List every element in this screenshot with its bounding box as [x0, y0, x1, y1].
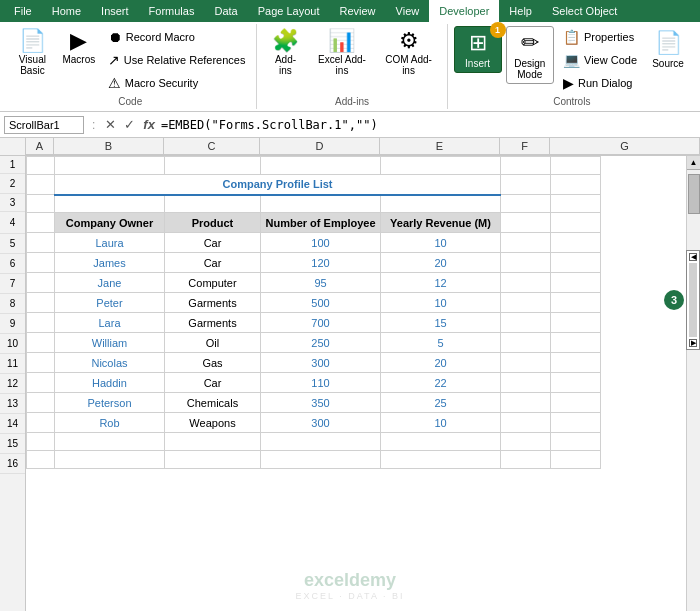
- cell-a6[interactable]: [27, 253, 55, 273]
- cell-a13[interactable]: [27, 393, 55, 413]
- cell-d8[interactable]: 500: [261, 293, 381, 313]
- cell-c7[interactable]: Computer: [165, 273, 261, 293]
- cell-b11[interactable]: Nicolas: [55, 353, 165, 373]
- row-num-12[interactable]: 12: [0, 374, 25, 394]
- cell-b12[interactable]: Haddin: [55, 373, 165, 393]
- cell-d10[interactable]: 250: [261, 333, 381, 353]
- col-header-e[interactable]: E: [380, 138, 500, 155]
- tab-insert[interactable]: Insert: [91, 0, 139, 22]
- cell-e5[interactable]: 10: [381, 233, 501, 253]
- cell-g15[interactable]: [551, 433, 601, 451]
- cell-b9[interactable]: Lara: [55, 313, 165, 333]
- view-code-button[interactable]: 💻 View Code: [558, 49, 642, 71]
- cell-f4[interactable]: [501, 213, 551, 233]
- cell-c8[interactable]: Garments: [165, 293, 261, 313]
- cell-e16[interactable]: [381, 451, 501, 469]
- col-header-a[interactable]: A: [26, 138, 54, 155]
- cell-a8[interactable]: [27, 293, 55, 313]
- cell-e12[interactable]: 22: [381, 373, 501, 393]
- cell-c16[interactable]: [165, 451, 261, 469]
- row-num-15[interactable]: 15: [0, 434, 25, 454]
- cell-e1[interactable]: [381, 157, 501, 175]
- cell-d16[interactable]: [261, 451, 381, 469]
- cell-e8[interactable]: 10: [381, 293, 501, 313]
- row-num-13[interactable]: 13: [0, 394, 25, 414]
- cell-g10[interactable]: [551, 333, 601, 353]
- tab-review[interactable]: Review: [329, 0, 385, 22]
- cell-a1[interactable]: [27, 157, 55, 175]
- tab-developer[interactable]: Developer: [429, 0, 499, 22]
- macro-security-button[interactable]: ⚠ Macro Security: [103, 72, 251, 94]
- cell-e6[interactable]: 20: [381, 253, 501, 273]
- cell-c5[interactable]: Car: [165, 233, 261, 253]
- source-button[interactable]: 📄 Source: [646, 26, 690, 73]
- cell-f10[interactable]: [501, 333, 551, 353]
- cell-a5[interactable]: [27, 233, 55, 253]
- cell-e9[interactable]: 15: [381, 313, 501, 333]
- row-num-3[interactable]: 3: [0, 194, 25, 212]
- tab-page-layout[interactable]: Page Layout: [248, 0, 330, 22]
- cell-c1[interactable]: [165, 157, 261, 175]
- cell-d15[interactable]: [261, 433, 381, 451]
- tab-view[interactable]: View: [386, 0, 430, 22]
- cell-g3[interactable]: [551, 195, 601, 213]
- cell-g11[interactable]: [551, 353, 601, 373]
- insert-button[interactable]: ⊞ Insert 1: [454, 26, 502, 73]
- row-num-16[interactable]: 16: [0, 454, 25, 474]
- cell-g6[interactable]: [551, 253, 601, 273]
- sb-down[interactable]: ▶: [689, 339, 697, 347]
- cell-c10[interactable]: Oil: [165, 333, 261, 353]
- cell-c11[interactable]: Gas: [165, 353, 261, 373]
- run-dialog-button[interactable]: ▶ Run Dialog: [558, 72, 642, 94]
- fx-icon[interactable]: fx: [141, 117, 157, 132]
- cell-b5[interactable]: Laura: [55, 233, 165, 253]
- cell-a11[interactable]: [27, 353, 55, 373]
- cell-b3[interactable]: [55, 195, 165, 213]
- cell-d9[interactable]: 700: [261, 313, 381, 333]
- tab-select-object[interactable]: Select Object: [542, 0, 627, 22]
- col-header-c[interactable]: C: [164, 138, 260, 155]
- cell-g9[interactable]: [551, 313, 601, 333]
- cell-d7[interactable]: 95: [261, 273, 381, 293]
- cell-a14[interactable]: [27, 413, 55, 433]
- cell-c13[interactable]: Chemicals: [165, 393, 261, 413]
- cell-f1[interactable]: [501, 157, 551, 175]
- cell-a4[interactable]: [27, 213, 55, 233]
- name-box[interactable]: [4, 116, 84, 134]
- confirm-icon[interactable]: ✓: [122, 117, 137, 132]
- row-num-9[interactable]: 9: [0, 314, 25, 334]
- sb-up[interactable]: ◀: [689, 253, 697, 261]
- cell-e14[interactable]: 10: [381, 413, 501, 433]
- com-add-ins-button[interactable]: ⚙ COM Add-ins: [377, 26, 441, 80]
- cell-a7[interactable]: [27, 273, 55, 293]
- cell-d14[interactable]: 300: [261, 413, 381, 433]
- cell-b10[interactable]: William: [55, 333, 165, 353]
- col-header-d[interactable]: D: [260, 138, 380, 155]
- record-macro-button[interactable]: ⏺ Record Macro: [103, 26, 251, 48]
- cell-f7[interactable]: [501, 273, 551, 293]
- macros-button[interactable]: ▶ Macros: [57, 26, 101, 69]
- cell-g16[interactable]: [551, 451, 601, 469]
- cell-b14[interactable]: Rob: [55, 413, 165, 433]
- cell-g8[interactable]: [551, 293, 601, 313]
- cell-c15[interactable]: [165, 433, 261, 451]
- cell-d11[interactable]: 300: [261, 353, 381, 373]
- cell-e11[interactable]: 20: [381, 353, 501, 373]
- formula-input[interactable]: [161, 118, 696, 132]
- row-num-10[interactable]: 10: [0, 334, 25, 354]
- cell-b16[interactable]: [55, 451, 165, 469]
- cell-b1[interactable]: [55, 157, 165, 175]
- scrollbar1-control[interactable]: ◀ ▶: [686, 250, 700, 350]
- design-mode-button[interactable]: ✏ Design Mode: [506, 26, 554, 84]
- row-num-8[interactable]: 8: [0, 294, 25, 314]
- cell-f13[interactable]: [501, 393, 551, 413]
- tab-data[interactable]: Data: [204, 0, 247, 22]
- add-ins-button[interactable]: 🧩 Add-ins: [263, 26, 307, 80]
- cell-g1[interactable]: [551, 157, 601, 175]
- cell-d12[interactable]: 110: [261, 373, 381, 393]
- cell-a15[interactable]: [27, 433, 55, 451]
- cell-d5[interactable]: 100: [261, 233, 381, 253]
- cell-g5[interactable]: [551, 233, 601, 253]
- cell-f12[interactable]: [501, 373, 551, 393]
- row-num-5[interactable]: 5: [0, 234, 25, 254]
